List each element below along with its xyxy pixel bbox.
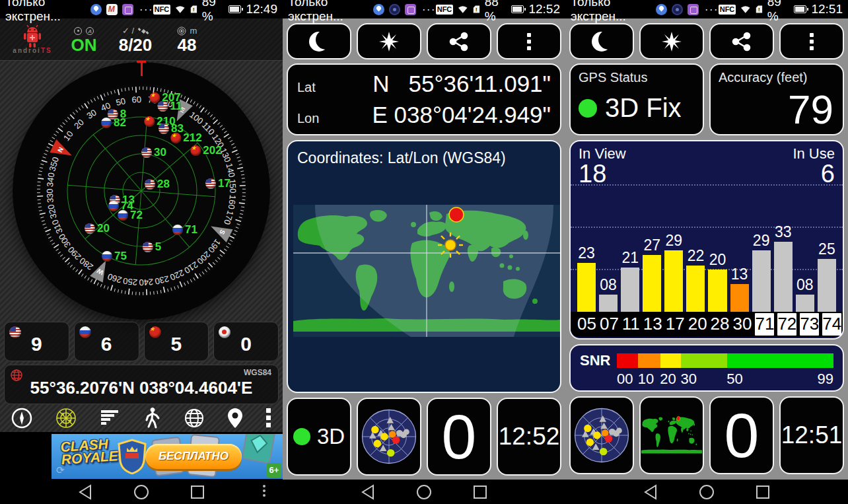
- overflow-menu-icon: [810, 33, 814, 50]
- world-map-tile[interactable]: [639, 396, 704, 474]
- navbar-menu-button[interactable]: [263, 485, 265, 497]
- location-notification-icon: [90, 4, 102, 15]
- nfc-icon: NFC: [153, 5, 171, 15]
- snr-bar-column: 23: [577, 244, 596, 312]
- day-mode-button[interactable]: [639, 23, 704, 59]
- flag-ru-icon: [102, 251, 112, 262]
- world-map-tile[interactable]: Coordinates: Lat/Lon (WGS84): [287, 140, 561, 393]
- snr-value-label: 33: [775, 223, 792, 241]
- walk-tab-icon[interactable]: [142, 406, 162, 430]
- radar-tab-icon[interactable]: [54, 406, 78, 430]
- home-button[interactable]: [699, 484, 715, 500]
- map-title: Coordinates: Lat/Lon (WGS84): [297, 149, 560, 167]
- menu-button[interactable]: [497, 23, 561, 59]
- clock-text: 12:49: [246, 2, 277, 17]
- satellite-marker: 5: [143, 240, 161, 254]
- satellite-marker: 20: [85, 222, 110, 235]
- app-notification-icon: [405, 4, 416, 15]
- constellation-count-value: 9: [5, 333, 69, 355]
- share-button[interactable]: [709, 23, 774, 59]
- snr-scale-tile[interactable]: SNR 001020305099: [569, 344, 844, 392]
- snr-value-label: 08: [600, 276, 617, 294]
- snr-scale-segment: [638, 353, 660, 368]
- satellite-prn: 75: [114, 250, 127, 263]
- notification-icons: ···: [373, 3, 436, 17]
- lon-value: E 038°04'24.949": [337, 102, 551, 128]
- snr-bar-column: 22: [686, 247, 705, 312]
- status-tile-row: GPS Status 3D Fix Accuracy (feet) 79: [569, 63, 844, 135]
- recents-button[interactable]: [473, 485, 487, 499]
- ad-info-icon[interactable]: ⟳: [56, 464, 65, 476]
- overflow-menu-icon[interactable]: [265, 406, 272, 430]
- snr-bar: [818, 259, 836, 312]
- skyplot-tile[interactable]: [357, 398, 421, 476]
- snr-tick-label: 10: [638, 371, 654, 388]
- heading-pointer-icon: [137, 61, 146, 76]
- battery-percent: 88 %: [485, 0, 507, 24]
- notification-icons: ···: [656, 3, 719, 17]
- home-button[interactable]: [133, 484, 149, 500]
- flag-us-icon: [145, 179, 155, 190]
- ad-banner[interactable]: CLASHROYALE БЕСПЛАТНО 6+ ⟳: [52, 434, 283, 479]
- accuracy-rings-icon: [177, 26, 186, 36]
- satellite-prn: 82: [114, 116, 126, 129]
- menu-button[interactable]: [779, 23, 844, 59]
- gps-status-tile[interactable]: GPS Status 3D Fix: [569, 63, 704, 135]
- constellation-count-tile: 9: [4, 322, 69, 361]
- speed-value: 0: [442, 406, 477, 468]
- flag-us-icon: [85, 223, 95, 234]
- in-use-value: 6: [793, 162, 835, 185]
- ad-cta-button[interactable]: БЕСПЛАТНО: [145, 444, 242, 469]
- gps-status-label: GPS Status: [579, 70, 695, 85]
- clock-tile[interactable]: 12:51: [779, 396, 844, 474]
- fix-status-tile[interactable]: 3D: [287, 398, 351, 476]
- clock-text: 12:51: [811, 2, 843, 17]
- satellite-prn: 28: [157, 178, 170, 191]
- lat-lon-tile[interactable]: LatN 55°36'11.091" LonE 038°04'24.949": [287, 63, 561, 135]
- app-notification-icon: [672, 4, 683, 15]
- globe-tab-icon[interactable]: [183, 406, 205, 430]
- panel-gps-test-coordinates: Только экстрен... ··· NFC ! 88 % 12:52: [283, 0, 565, 504]
- snr-bar: [708, 270, 726, 312]
- satellite-snr-tile[interactable]: In View18 In Use6 2308212729222013293308…: [569, 140, 844, 340]
- snr-bar: [752, 250, 771, 312]
- datum-label: WGS84: [244, 368, 271, 377]
- recents-button[interactable]: [190, 485, 205, 499]
- skyplot-tile[interactable]: [569, 396, 634, 474]
- satellite-prn: 212: [183, 131, 201, 145]
- speed-tile[interactable]: 0: [709, 396, 774, 474]
- gps-on-value: ON: [58, 36, 110, 54]
- accuracy-tile[interactable]: Accuracy (feet) 79: [709, 63, 844, 135]
- night-mode-button[interactable]: [287, 23, 351, 59]
- lat-label: Lat: [297, 80, 337, 95]
- recents-button[interactable]: [756, 485, 770, 499]
- svg-text:160: 160: [227, 194, 238, 209]
- satellite-list-tab-icon[interactable]: [98, 406, 121, 430]
- back-button[interactable]: [361, 484, 375, 500]
- more-notifications-icon: ···: [139, 3, 153, 17]
- satellite-prn: 71: [185, 223, 197, 236]
- clock-value: 12:51: [781, 421, 843, 449]
- gmail-notification-icon: [106, 4, 118, 15]
- snr-value-label: 23: [578, 244, 595, 262]
- night-mode-button[interactable]: [569, 23, 634, 59]
- back-button[interactable]: [643, 484, 658, 500]
- speed-value: 0: [724, 404, 760, 467]
- svg-text:240: 240: [139, 277, 153, 287]
- notification-icons: ···: [90, 3, 153, 17]
- accuracy-unit-label: m: [190, 26, 197, 36]
- location-pin-tab-icon[interactable]: [226, 406, 244, 430]
- day-mode-button[interactable]: [357, 23, 421, 59]
- back-button[interactable]: [78, 484, 92, 500]
- snr-value-label: 27: [643, 236, 660, 254]
- check-slash-icon: ✓ /: [122, 26, 134, 36]
- home-button[interactable]: [416, 484, 432, 500]
- moon-icon: [309, 32, 329, 52]
- clock-tile[interactable]: 12:52: [497, 398, 561, 476]
- share-button[interactable]: [427, 23, 491, 59]
- app-notification-icon: [122, 4, 133, 15]
- snr-bar: [643, 255, 661, 312]
- wifi-icon: [175, 4, 186, 15]
- compass-tab-icon[interactable]: [11, 406, 33, 430]
- speed-tile[interactable]: 0: [427, 398, 491, 476]
